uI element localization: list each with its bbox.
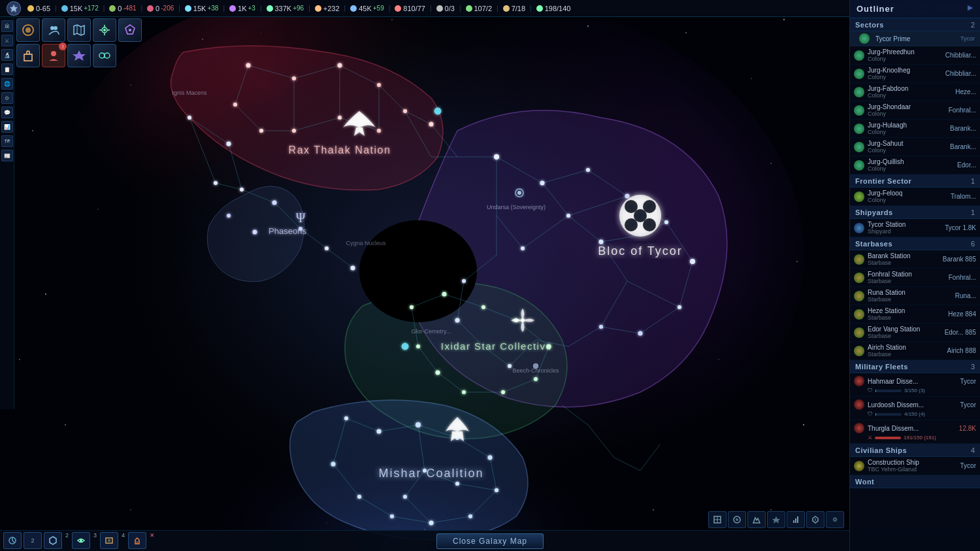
fleet-icon [854, 376, 864, 386]
empire-icon[interactable] [7, 1, 21, 16]
leaders-btn[interactable]: ! [42, 44, 65, 67]
toolbar-btn-2[interactable]: ⚔ [1, 35, 13, 46]
toolbar-btn-1[interactable]: 🏛 [1, 20, 13, 32]
icon-row-2: ! [16, 44, 142, 67]
svg-point-24 [653, 509, 654, 510]
svg-point-20 [770, 509, 771, 510]
svg-text:Ψ: Ψ [296, 210, 306, 225]
toolbar-btn-6[interactable]: ⚙ [1, 92, 13, 104]
svg-point-119 [586, 168, 590, 172]
population-btn[interactable] [42, 18, 65, 42]
civilian-icon [854, 461, 864, 471]
svg-point-125 [566, 214, 570, 218]
svg-point-190 [25, 27, 31, 33]
empire-btn[interactable] [16, 44, 40, 67]
fleet-thurgla[interactable]: Thurgla Dissem... 12.8K ⚔ 191/150 (191) [850, 420, 980, 444]
civilian-construction[interactable]: Construction Ship TBC Yehm-Gilarud Tycor [850, 457, 980, 475]
action-btn-1[interactable] [3, 532, 22, 549]
shipyard-tycor[interactable]: Tycor Station Shipyard Tycor 1.8K [850, 219, 980, 237]
svg-point-150 [436, 371, 440, 375]
colony-jurg-phreedhun[interactable]: Jurg-Phreedhun Colony Chibbliar... [850, 46, 980, 65]
planets-btn[interactable] [16, 18, 40, 42]
toolbar-btn-9[interactable]: 🗺 [1, 135, 13, 147]
toolbar-btn-8[interactable]: 📊 [1, 121, 13, 133]
tycor-prime-subsection[interactable]: Tycor Prime Tycor [850, 31, 980, 46]
sectors-header[interactable]: Sectors 2 [850, 18, 980, 31]
toolbar-btn-3[interactable]: 🔬 [1, 49, 13, 61]
action-btn-6[interactable] [128, 532, 146, 549]
map-mode-3[interactable] [747, 511, 766, 528]
map-mode-6[interactable] [806, 511, 825, 528]
action-btn-4[interactable] [72, 532, 90, 549]
action-count-4: 4 [122, 532, 125, 549]
svg-point-118 [540, 181, 545, 186]
colony-jurg-knoolheg[interactable]: Jurg-Knoolheg Colony Chibbliar... [850, 65, 980, 83]
svg-point-156 [488, 456, 493, 460]
colony-jurg-sahuut[interactable]: Jurg-Sahuut Colony Barank... [850, 138, 980, 156]
fleet-icon [854, 423, 864, 433]
military-fleets-header[interactable]: Military Fleets 3 [850, 360, 980, 373]
traditions-btn[interactable] [67, 44, 91, 67]
tech-btn[interactable] [93, 18, 116, 42]
svg-point-174 [214, 181, 218, 185]
svg-point-148 [501, 390, 505, 394]
starbases-header[interactable]: Starbases 6 [850, 237, 980, 250]
colony-jurg-shondaar[interactable]: Jurg-Shondaar Colony Fonhral... [850, 101, 980, 120]
svg-rect-219 [797, 516, 798, 523]
starbase-airich[interactable]: Airich Station Starbase Airich 888 [850, 342, 980, 360]
toolbar-btn-4[interactable]: 📋 [1, 63, 13, 75]
starbase-heze[interactable]: Heze Station Starbase Heze 884 [850, 305, 980, 324]
fleet-lurdoosh[interactable]: Lurdoosh Dissem... Tycor 🛡 4/150 (4) [850, 397, 980, 420]
factions-btn[interactable] [118, 18, 142, 42]
svg-point-123 [678, 305, 681, 309]
svg-point-137 [429, 122, 434, 127]
frontier-icon [854, 192, 864, 202]
shipyards-header[interactable]: Shipyards 1 [850, 206, 980, 219]
svg-point-152 [410, 305, 414, 309]
ship-indicator [533, 363, 538, 369]
svg-point-135 [377, 83, 381, 87]
map-mode-5[interactable] [787, 511, 805, 528]
toolbar-btn-7[interactable]: 💬 [1, 107, 13, 118]
galaxy-map[interactable]: Ψ Bloc of Tycor Rax Thalak Nation Ixidar… [0, 0, 849, 551]
svg-point-167 [272, 201, 277, 205]
colony-jurg-felooq[interactable]: Jurg-Felooq Colony Tralom... [850, 188, 980, 206]
map-mode-2[interactable] [728, 511, 746, 528]
planet-icon [854, 124, 864, 134]
frontier-header[interactable]: Frontier Sector 1 [850, 175, 980, 188]
map-btn[interactable] [67, 18, 91, 42]
bloc-of-tycor-symbol [619, 195, 661, 237]
colony-jurg-quillish[interactable]: Jurg-Quillish Colony Edor... [850, 156, 980, 175]
action-btn-5[interactable] [100, 532, 118, 549]
starbase-barank[interactable]: Barank Station Starbase Barank 885 [850, 250, 980, 269]
resource-fleet: 810/77 [395, 5, 425, 12]
close-galaxy-button[interactable]: Close Galaxy Map [436, 533, 544, 549]
colony-jurg-fabdoon[interactable]: Jurg-Fabdoon Colony Heze... [850, 83, 980, 101]
svg-point-153 [377, 429, 382, 434]
civilian-ships-header[interactable]: Civilian Ships 4 [850, 444, 980, 457]
starbase-edor-vang[interactable]: Edor Vang Station Starbase Edor... 885 [850, 324, 980, 342]
wont-header[interactable]: Wont [850, 475, 980, 488]
svg-point-143 [442, 292, 447, 297]
starbase-runa[interactable]: Runa Station Starbase Runa... [850, 287, 980, 305]
map-mode-4[interactable] [767, 511, 785, 528]
map-mode-1[interactable] [708, 511, 727, 528]
icon-bar: ! [16, 18, 142, 67]
action-btn-2[interactable]: 2 [24, 532, 42, 549]
leaders-badge: ! [59, 42, 67, 50]
action-btn-3[interactable] [44, 532, 62, 549]
map-mode-7[interactable]: ⚙ [826, 511, 844, 528]
resource-stability: 198/140 [536, 5, 571, 12]
diplomacy-btn[interactable] [93, 44, 116, 67]
svg-point-207 [80, 539, 82, 542]
outliner-close[interactable]: ▶ [968, 4, 973, 11]
svg-rect-199 [24, 54, 32, 61]
starbase-fonhral[interactable]: Fonhral Station Starbase Fonhral... [850, 269, 980, 287]
toolbar-btn-10[interactable]: 📰 [1, 150, 13, 161]
toolbar-btn-5[interactable]: 🌐 [1, 78, 13, 90]
colony-jurg-hulaagh[interactable]: Jurg-Hulaagh Colony Barank... [850, 120, 980, 138]
svg-point-154 [416, 422, 421, 427]
fleet-hahmaar[interactable]: Hahmaar Disse... Tycor 🛡 3/150 (3) [850, 373, 980, 397]
fleet-icon [854, 399, 864, 410]
svg-point-129 [508, 364, 512, 368]
